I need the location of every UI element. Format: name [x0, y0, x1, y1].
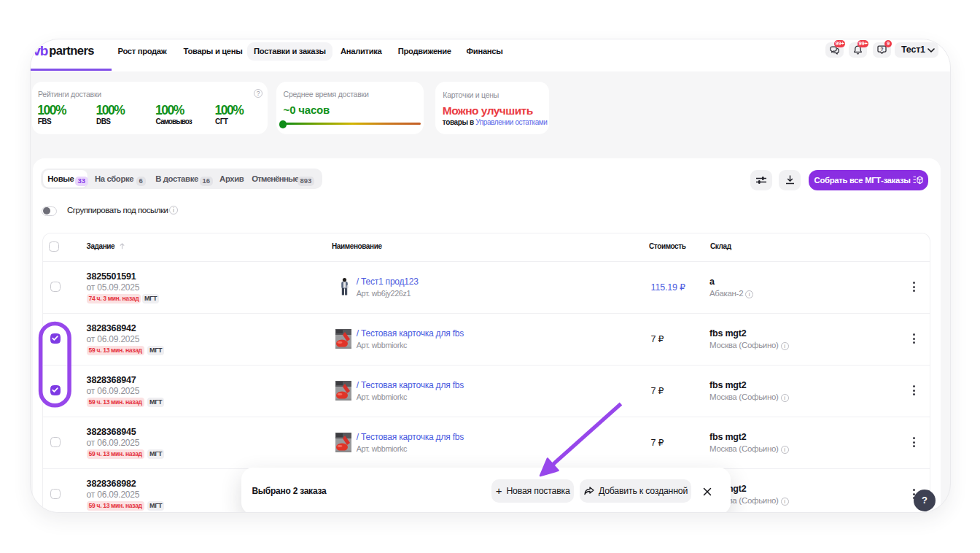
- svg-text:?: ?: [881, 47, 884, 52]
